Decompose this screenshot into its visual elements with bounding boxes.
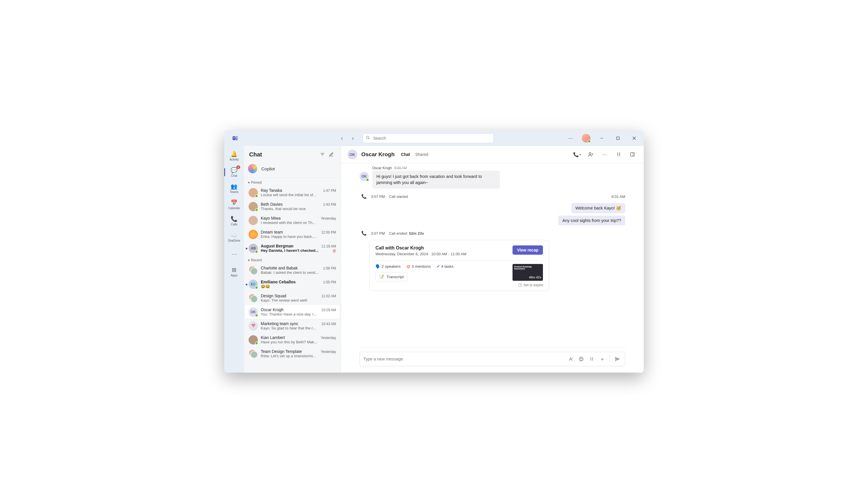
chat-preview: Babak: I asked the client to send... — [261, 270, 336, 275]
add-people-button[interactable] — [586, 150, 596, 160]
transcript-chip[interactable]: 📝 Transcript — [375, 272, 407, 281]
chat-preview: Kayo: The review went well! — [261, 298, 336, 302]
chat-item[interactable]: Dream team12:00 PM Erika: Happy to have … — [245, 227, 340, 242]
unread-dot-icon — [246, 284, 247, 285]
chat-preview: Reta: Let's set up a brainstormi... — [261, 354, 336, 358]
sidebar-title: Chat — [249, 151, 318, 158]
chat-item[interactable]: Kayo MiwaYesterday I reviewed with the c… — [245, 214, 340, 227]
format-icon[interactable] — [567, 355, 575, 363]
avatar: OK — [249, 307, 258, 317]
nav-back-icon[interactable]: ‹ — [338, 134, 346, 142]
rail-activity[interactable]: 🔔 Activity — [226, 148, 242, 163]
nav-forward-icon[interactable]: › — [349, 134, 357, 142]
rail-calendar[interactable]: 📅 Calendar — [226, 197, 242, 212]
chat-name: Kian Lambert — [261, 335, 285, 340]
outgoing-message: Welcome back Kayo! 🥳 — [571, 203, 625, 213]
svg-line-4 — [369, 138, 369, 139]
view-recap-button[interactable]: View recap — [513, 245, 543, 255]
message-composer[interactable]: ＋ — [360, 352, 625, 366]
unread-dot-icon — [246, 248, 247, 249]
rail-onedrive[interactable]: ☁️ OneDrive — [226, 229, 242, 245]
call-ended-row: 📞 3:07 PM Call ended: 52m 23s — [361, 230, 625, 236]
rail-label: Apps — [231, 274, 238, 277]
chat-item[interactable]: AB August Bergman11:18 AM Hey Daniela, I… — [245, 242, 340, 255]
recording-thumbnail[interactable]: Product Roadmap Discussion 48m 42s — [513, 264, 543, 281]
rail-label: Chat — [231, 174, 237, 177]
bell-icon: 🔔 — [231, 151, 238, 157]
copilot-label: Copilot — [261, 166, 275, 171]
mention-icon: @ — [333, 249, 336, 253]
avatar — [249, 294, 258, 303]
open-pane-icon[interactable] — [628, 150, 637, 160]
avatar — [249, 266, 258, 275]
tab-chat[interactable]: Chat — [401, 151, 410, 158]
chat-name: Dream team — [261, 230, 283, 234]
rail-teams[interactable]: 👥 Teams — [226, 181, 242, 196]
svg-rect-15 — [630, 153, 634, 156]
chat-item-selected[interactable]: OK Oscar Krogh10:29 AM You: Thanks! Have… — [245, 305, 340, 319]
app-rail: 🔔 Activity 💬2 Chat 👥 Teams 📅 Calendar 📞 … — [224, 146, 244, 373]
chat-name: Emiliano Ceballos — [261, 280, 296, 284]
copilot-pane-icon[interactable] — [613, 150, 623, 160]
chat-item[interactable]: Charlotte and Babak1:58 PM Babak: I aske… — [245, 263, 340, 277]
chat-item[interactable]: Kian LambertYesterday Have you run this … — [245, 333, 340, 347]
rail-label: Teams — [230, 191, 238, 194]
window-close-icon[interactable] — [629, 133, 639, 143]
copilot-entry[interactable]: Copilot — [244, 160, 341, 178]
avatar: 📅 — [249, 321, 258, 331]
filter-icon[interactable] — [318, 150, 327, 159]
window-minimize-icon[interactable] — [597, 133, 607, 143]
window-maximize-icon[interactable] — [613, 133, 623, 143]
calendar-icon: 📅 — [231, 199, 238, 206]
search-box[interactable] — [363, 133, 494, 143]
tasks-icon: ✔ — [437, 264, 440, 269]
chat-preview: Thanks, that would be nice. — [261, 207, 336, 211]
me-avatar[interactable] — [582, 134, 590, 143]
teams-icon: 👥 — [231, 183, 238, 190]
chat-time: Yesterday — [321, 216, 336, 220]
speakers-icon: 🗣️ — [375, 264, 380, 269]
chat-time: 11:02 AM — [321, 294, 336, 298]
new-chat-icon[interactable] — [327, 150, 335, 159]
expire-label: 🕒 Set to expire — [375, 283, 543, 287]
chat-item[interactable]: EC Emiliano Ceballos1:55 PM 😂😂 — [245, 277, 340, 291]
incoming-message: OK Hi guys! I just got back from vacatio… — [360, 171, 625, 189]
recap-subtitle: Wednesday, December 6, 2024 · 10:00 AM -… — [375, 252, 466, 256]
rail-chat[interactable]: 💬2 Chat — [226, 165, 242, 179]
chat-time: 1:43 PM — [323, 203, 336, 207]
more-options-icon[interactable]: ⋯ — [600, 150, 610, 160]
send-icon[interactable] — [613, 355, 621, 363]
chat-main: OK Oscar Krogh Chat Shared 📞 ▾ ⋯ — [341, 146, 644, 373]
rail-more[interactable]: ⋯ — [226, 247, 242, 262]
contact-avatar[interactable]: OK — [348, 150, 357, 160]
composer-input[interactable] — [363, 357, 565, 361]
emoji-icon[interactable] — [577, 355, 585, 363]
rail-apps[interactable]: ⊞ Apps — [226, 264, 242, 279]
chat-item[interactable]: Design Squad11:02 AM Kayo: The review we… — [245, 291, 340, 305]
add-attachment-icon[interactable]: ＋ — [598, 355, 606, 363]
calls-icon: 📞 — [231, 216, 238, 222]
chat-name: Design Squad — [261, 294, 286, 298]
call-started-row: 📞 3:07 PM Call started 9:01 AM — [361, 194, 625, 199]
rail-label: Calendar — [228, 207, 240, 210]
chat-item[interactable]: Team Design TemplateYesterday Reta: Let'… — [245, 347, 340, 361]
section-recent[interactable]: ▾ Recent — [244, 255, 341, 263]
chat-preview: Erika: Happy to have you back,... — [261, 234, 336, 239]
rail-label: Activity — [229, 158, 239, 161]
call-recap-card: Call with Oscar Krogh Wednesday, Decembe… — [369, 240, 549, 291]
rail-calls[interactable]: 📞 Calls — [226, 213, 242, 228]
copilot-compose-icon[interactable] — [588, 355, 596, 363]
section-pinned[interactable]: ▾ Pinned — [244, 178, 341, 186]
chat-name: August Bergman — [261, 244, 293, 248]
chat-item[interactable]: 📅 Marketing team sync10:43 AM Kayo: So g… — [245, 319, 340, 333]
chat-preview: Have you run this by Beth? Mak... — [261, 340, 336, 344]
more-icon: ⋯ — [231, 251, 237, 258]
call-button[interactable]: 📞 ▾ — [572, 150, 582, 160]
search-input[interactable] — [373, 136, 490, 141]
chat-item[interactable]: Beth Davies1:43 PM Thanks, that would be… — [245, 199, 340, 214]
chat-preview: Hey Daniela, I haven't checked... — [261, 248, 336, 253]
avatar — [249, 230, 258, 239]
settings-more-icon[interactable]: ⋯ — [566, 133, 575, 143]
tab-shared[interactable]: Shared — [415, 151, 428, 158]
chat-item[interactable]: Ray Tanaka1:47 PM Louisa will send the i… — [245, 186, 340, 199]
